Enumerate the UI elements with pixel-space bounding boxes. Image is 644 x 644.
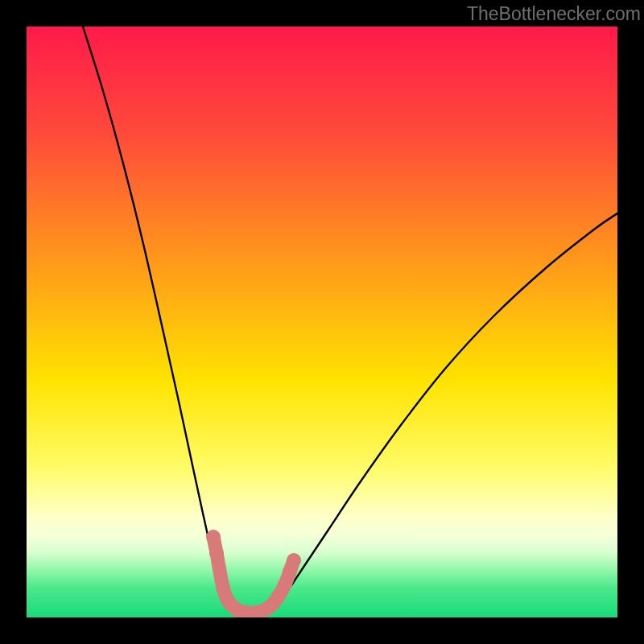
marker-dot: [216, 580, 230, 595]
chart-svg: [27, 27, 617, 617]
chart-background: [27, 27, 617, 617]
frame-right: [617, 0, 644, 644]
marker-dot: [270, 590, 285, 605]
chart-plot-area: [27, 27, 617, 617]
marker-dot: [278, 577, 292, 592]
marker-dot: [287, 553, 301, 568]
marker-dot: [206, 530, 221, 544]
frame-left: [0, 0, 27, 644]
marker-dot: [209, 546, 224, 560]
watermark-text: TheBottlenecker.com: [467, 3, 641, 25]
frame-bottom: [0, 617, 644, 644]
